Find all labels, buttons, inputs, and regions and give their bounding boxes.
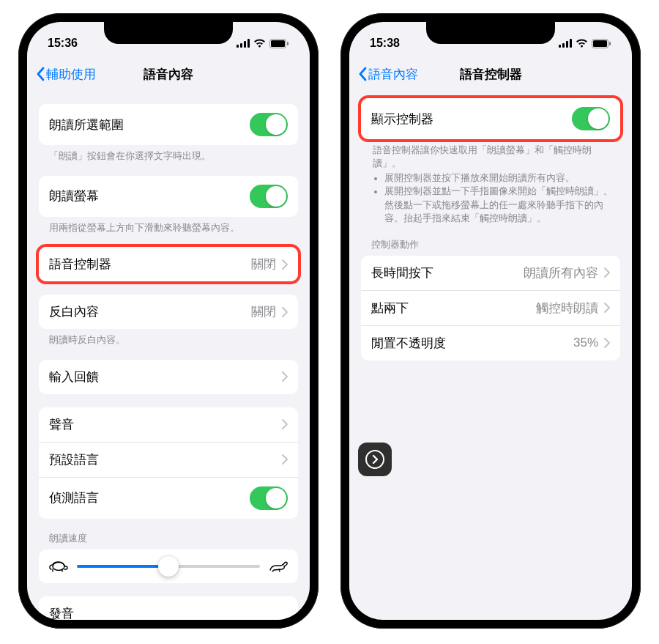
svg-rect-6: [287, 42, 288, 45]
voices-row[interactable]: 聲音: [39, 407, 298, 442]
chevron-right-icon: [282, 371, 288, 382]
pronunciations-row[interactable]: 發音: [39, 596, 298, 620]
svg-rect-8: [559, 45, 561, 48]
chevron-right-icon: [604, 338, 610, 348]
long-press-value: 朗讀所有內容: [524, 264, 598, 281]
iphone-mockup-right: 15:38 語音內容 語音控制器 顯示控制器: [340, 13, 641, 629]
typing-feedback-label: 輸入回饋: [49, 369, 99, 385]
speaking-rate-slider[interactable]: [77, 565, 260, 568]
svg-rect-0: [237, 45, 239, 48]
notch: [104, 22, 233, 44]
detect-languages-row[interactable]: 偵測語言: [39, 477, 298, 519]
long-press-label: 長時間按下: [371, 264, 433, 281]
speech-controller-row[interactable]: 語音控制器 關閉: [39, 247, 298, 281]
svg-rect-14: [609, 42, 611, 45]
idle-opacity-label: 閒置不透明度: [371, 335, 446, 352]
battery-icon: [592, 39, 611, 48]
speak-selection-footer: 「朗讀」按鈕會在你選擇文字時出現。: [39, 145, 298, 163]
chevron-left-icon: [358, 67, 367, 81]
iphone-mockup-left: 15:36 輔助使用 語音內容 朗讀所選範圍 「朗讀」按鈕會在你選擇文字時出現。: [18, 13, 319, 629]
speak-screen-row[interactable]: 朗讀螢幕: [39, 176, 298, 217]
controller-actions-group: 長時間按下 朗讀所有內容 點兩下 觸控時朗讀: [361, 256, 620, 360]
idle-opacity-row[interactable]: 閒置不透明度 35%: [361, 325, 620, 360]
speak-selection-row[interactable]: 朗讀所選範圍: [39, 104, 298, 145]
slider-thumb[interactable]: [158, 556, 179, 577]
default-language-row[interactable]: 預設語言: [39, 442, 298, 477]
speaking-rate-row: [39, 549, 298, 583]
highlight-content-label: 反白內容: [49, 303, 99, 320]
svg-rect-11: [570, 39, 572, 48]
controller-actions-header: 控制器動作: [361, 238, 620, 256]
chevron-right-icon: [282, 259, 288, 270]
voices-label: 聲音: [49, 416, 74, 433]
chevron-right-icon: [604, 267, 610, 278]
voice-settings-group: 聲音 預設語言 偵測語言: [39, 407, 298, 519]
show-controller-toggle[interactable]: [572, 107, 610, 130]
battery-icon: [269, 39, 289, 48]
back-button[interactable]: 語音內容: [358, 66, 418, 83]
long-press-row[interactable]: 長時間按下 朗讀所有內容: [361, 256, 620, 290]
idle-opacity-value: 35%: [573, 336, 598, 350]
double-tap-label: 點兩下: [371, 300, 409, 317]
controller-description: 語音控制器讓你快速取用「朗讀螢幕」和「觸控時朗讀」。 展開控制器並按下播放來開始…: [361, 139, 620, 225]
wifi-icon: [253, 39, 266, 48]
speak-screen-label: 朗讀螢幕: [49, 188, 99, 204]
chevron-right-icon: [282, 419, 288, 429]
svg-rect-10: [566, 41, 568, 48]
chevron-right-circle-icon: [365, 450, 384, 469]
show-controller-row[interactable]: 顯示控制器: [361, 98, 620, 139]
double-tap-row[interactable]: 點兩下 觸控時朗讀: [361, 290, 620, 325]
highlight-box: 顯示控制器: [358, 95, 623, 142]
speech-floating-controller[interactable]: [358, 443, 392, 476]
signal-icon: [237, 39, 250, 48]
settings-content[interactable]: 朗讀所選範圍 「朗讀」按鈕會在你選擇文字時出現。 朗讀螢幕 用兩指從螢幕上方向下…: [27, 91, 310, 620]
chevron-left-icon: [36, 67, 45, 81]
hare-icon: [269, 560, 288, 573]
svg-point-15: [366, 451, 384, 468]
svg-point-7: [53, 562, 64, 570]
speaking-rate-header: 朗讀速度: [39, 532, 298, 549]
detect-languages-toggle[interactable]: [250, 486, 288, 510]
wifi-icon: [576, 39, 588, 48]
tortoise-icon: [49, 560, 68, 573]
back-button[interactable]: 輔助使用: [36, 66, 96, 83]
slider-fill: [77, 565, 168, 568]
svg-rect-5: [271, 40, 285, 47]
speak-screen-footer: 用兩指從螢幕上方向下滑動來聆聽螢幕內容。: [39, 217, 298, 234]
speech-controller-value: 關閉: [251, 256, 276, 273]
svg-rect-9: [562, 43, 565, 48]
speak-screen-toggle[interactable]: [250, 185, 288, 208]
highlight-content-row[interactable]: 反白內容 關閉: [39, 295, 298, 329]
settings-content[interactable]: 顯示控制器 語音控制器讓你快速取用「朗讀螢幕」和「觸控時朗讀」。 展開控制器並按…: [349, 91, 632, 620]
status-time: 15:36: [48, 37, 78, 50]
show-controller-label: 顯示控制器: [371, 111, 433, 127]
svg-rect-3: [247, 39, 250, 48]
nav-bar: 語音內容 語音控制器: [349, 57, 632, 91]
status-icons: [237, 39, 289, 48]
svg-rect-13: [593, 40, 607, 47]
default-language-label: 預設語言: [49, 451, 99, 468]
highlight-content-footer: 朗讀時反白內容。: [39, 329, 298, 347]
status-time: 15:38: [370, 37, 400, 50]
notch: [426, 22, 555, 44]
typing-feedback-row[interactable]: 輸入回饋: [39, 360, 298, 394]
screen: 15:38 語音內容 語音控制器 顯示控制器: [349, 22, 632, 620]
nav-bar: 輔助使用 語音內容: [27, 57, 310, 91]
svg-rect-2: [244, 41, 246, 48]
highlight-content-value: 關閉: [251, 303, 276, 320]
speak-selection-toggle[interactable]: [250, 113, 288, 136]
detect-languages-label: 偵測語言: [49, 489, 99, 506]
chevron-right-icon: [604, 303, 610, 313]
screen: 15:36 輔助使用 語音內容 朗讀所選範圍 「朗讀」按鈕會在你選擇文字時出現。: [27, 22, 310, 620]
pronunciations-label: 發音: [49, 605, 74, 620]
speech-controller-label: 語音控制器: [49, 256, 111, 273]
signal-icon: [559, 39, 572, 48]
back-label: 輔助使用: [46, 66, 96, 83]
back-label: 語音內容: [368, 66, 418, 83]
status-icons: [559, 39, 611, 48]
chevron-right-icon: [282, 454, 288, 465]
chevron-right-icon: [282, 307, 288, 317]
double-tap-value: 觸控時朗讀: [536, 300, 598, 317]
highlight-box: 語音控制器 關閉: [36, 244, 301, 284]
svg-rect-1: [240, 43, 242, 48]
